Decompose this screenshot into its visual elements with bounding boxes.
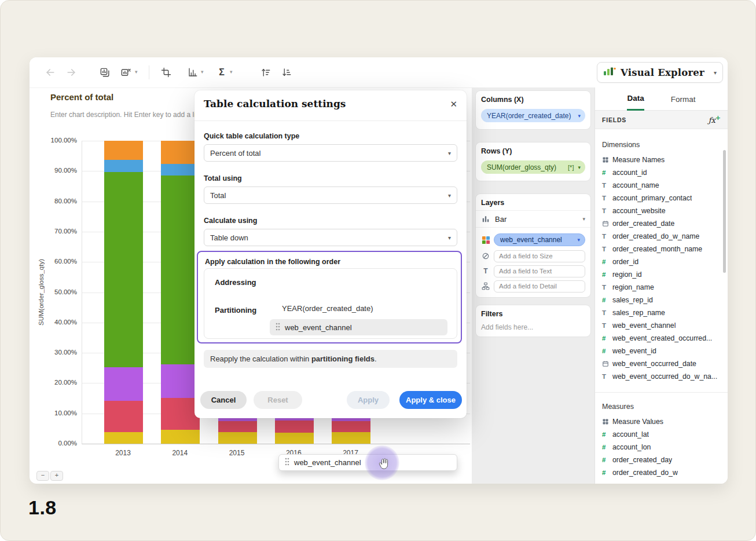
total-using-select[interactable]: Total ▾: [204, 187, 457, 204]
reapply-note: Reapply the calculation within partition…: [204, 350, 457, 368]
filters-shelf: Filters Add fields here...: [476, 305, 590, 337]
field-item[interactable]: #account_lon: [595, 441, 728, 454]
close-icon[interactable]: ✕: [450, 99, 457, 109]
scrollbar-thumb[interactable]: [723, 150, 726, 273]
color-field-pill[interactable]: web_event_channel ▾: [494, 233, 585, 246]
screenshot-frame: ▾ ▾ Σ ▾ Visual Explorer ▾: [0, 0, 756, 541]
apply-button[interactable]: Apply: [347, 391, 390, 409]
aggregate-icon[interactable]: Σ: [214, 64, 230, 81]
bar-segment[interactable]: [218, 432, 257, 444]
toolbar-divider: [149, 65, 149, 79]
field-item[interactable]: #order_id: [595, 255, 728, 268]
dialog-title: Table calculation settings: [204, 98, 346, 109]
x-axis-label: 2013: [106, 449, 141, 457]
field-item[interactable]: Tregion_name: [595, 281, 728, 294]
drag-handle-icon[interactable]: [276, 323, 280, 332]
measures-label: Measures: [602, 403, 634, 411]
bar-segment[interactable]: [104, 160, 143, 172]
field-item[interactable]: order_created_date: [595, 217, 728, 230]
field-item[interactable]: #region_id: [595, 268, 728, 281]
bar-segment[interactable]: [218, 421, 257, 432]
chevron-down-icon[interactable]: ▾: [201, 69, 204, 75]
text-type-icon: T: [602, 309, 612, 316]
x-axis-label: 2014: [163, 449, 197, 457]
stacked-bar-2013[interactable]: [104, 141, 143, 444]
field-item[interactable]: Torder_created_do_w_name: [595, 230, 728, 243]
field-item[interactable]: #account_id: [595, 166, 728, 179]
axis-settings-icon[interactable]: [185, 64, 201, 81]
filters-drop-target[interactable]: Add fields here...: [481, 323, 533, 331]
field-item[interactable]: Taccount_website: [595, 204, 728, 217]
size-drop-target[interactable]: Add a field to Size: [494, 250, 585, 262]
field-name: web_event_occurred_do_w_na...: [612, 372, 717, 381]
reset-button[interactable]: Reset: [254, 391, 302, 409]
section-divider: [595, 392, 728, 393]
field-item[interactable]: Torder_created_month_name: [595, 243, 728, 255]
field-item[interactable]: #account_lat: [595, 428, 728, 441]
tab-data[interactable]: Data: [627, 87, 644, 111]
chart-title: Percent of total: [50, 92, 113, 102]
clear-chart-icon[interactable]: [118, 64, 134, 81]
bar-segment[interactable]: [161, 430, 200, 444]
bar-segment[interactable]: [332, 432, 370, 444]
color-palette-icon: [481, 236, 490, 244]
chevron-down-icon: ▾: [577, 237, 580, 243]
bar-segment[interactable]: [104, 401, 143, 432]
field-item[interactable]: #order_created_day: [595, 454, 728, 466]
layers-shelf-label: Layers: [481, 199, 504, 207]
field-item[interactable]: #web_event_id: [595, 345, 728, 357]
number-type-icon: #: [602, 431, 612, 438]
calc-type-select[interactable]: Percent of total ▾: [204, 144, 457, 162]
bar-segment[interactable]: [332, 421, 370, 432]
drag-handle-icon[interactable]: [285, 458, 289, 467]
sort-descending-icon[interactable]: [278, 64, 295, 81]
visual-explorer-menu[interactable]: Visual Explorer ▾: [597, 62, 723, 83]
crop-icon[interactable]: [158, 64, 174, 81]
field-item[interactable]: #order_created_do_w: [595, 466, 728, 479]
text-type-icon: T: [602, 195, 612, 202]
sort-ascending-icon[interactable]: [258, 64, 274, 81]
field-item[interactable]: Measure Names: [595, 153, 728, 166]
cancel-button[interactable]: Cancel: [200, 391, 247, 409]
bar-segment[interactable]: [104, 432, 143, 444]
apply-and-close-button[interactable]: Apply & close: [399, 391, 462, 409]
field-name: account_name: [612, 181, 659, 189]
add-calculation-icon[interactable]: ƒx+: [709, 114, 721, 125]
columns-field-pill[interactable]: YEAR(order_created_date) ▾: [481, 109, 585, 122]
field-name: region_name: [612, 283, 654, 291]
chevron-down-icon[interactable]: ▾: [230, 69, 233, 75]
bar-segment[interactable]: [275, 421, 314, 433]
bar-segment[interactable]: [104, 172, 143, 367]
calculate-using-select[interactable]: Table down ▾: [204, 229, 457, 246]
duplicate-chart-icon[interactable]: [97, 64, 113, 81]
back-icon[interactable]: [42, 64, 58, 81]
rows-field-pill[interactable]: SUM(order_gloss_qty) [*] ▾: [481, 160, 585, 174]
zoom-in-button[interactable]: +: [50, 471, 63, 481]
field-item[interactable]: #web_event_created_occurred...: [595, 332, 728, 345]
bar-segment[interactable]: [104, 141, 143, 160]
dragged-field-item[interactable]: web_event_channel: [278, 454, 457, 471]
field-item[interactable]: Tsales_rep_name: [595, 306, 728, 319]
layer-type-select[interactable]: Bar ▾: [476, 210, 590, 228]
field-item[interactable]: Tweb_event_occurred_do_w_na...: [595, 370, 728, 383]
bar-segment[interactable]: [275, 433, 314, 444]
field-item[interactable]: Taccount_name: [595, 179, 728, 192]
partitioning-item[interactable]: YEAR(order_created_date): [282, 304, 373, 313]
field-item[interactable]: #sales_rep_id: [595, 294, 728, 306]
field-item[interactable]: Tweb_event_channel: [595, 319, 728, 332]
forward-icon[interactable]: [63, 64, 79, 81]
chevron-down-icon[interactable]: ▾: [135, 69, 138, 75]
tab-format[interactable]: Format: [671, 87, 696, 111]
field-item[interactable]: Taccount_primary_contact: [595, 192, 728, 204]
partitioning-item[interactable]: web_event_channel: [270, 319, 447, 335]
field-item[interactable]: Measure Values: [595, 415, 728, 428]
detail-drop-target[interactable]: Add a field to Detail: [494, 280, 585, 293]
chart-subtitle[interactable]: Enter chart description. Hit Enter key t…: [50, 111, 196, 119]
field-item[interactable]: web_event_occurred_date: [595, 357, 728, 370]
text-type-icon: T: [602, 182, 612, 189]
zoom-out-button[interactable]: −: [36, 471, 49, 481]
chevron-down-icon: ▾: [714, 70, 717, 76]
text-drop-target[interactable]: Add a field to Text: [494, 265, 585, 277]
bar-segment[interactable]: [104, 367, 143, 401]
y-axis-tick: 90.00%: [54, 167, 77, 174]
